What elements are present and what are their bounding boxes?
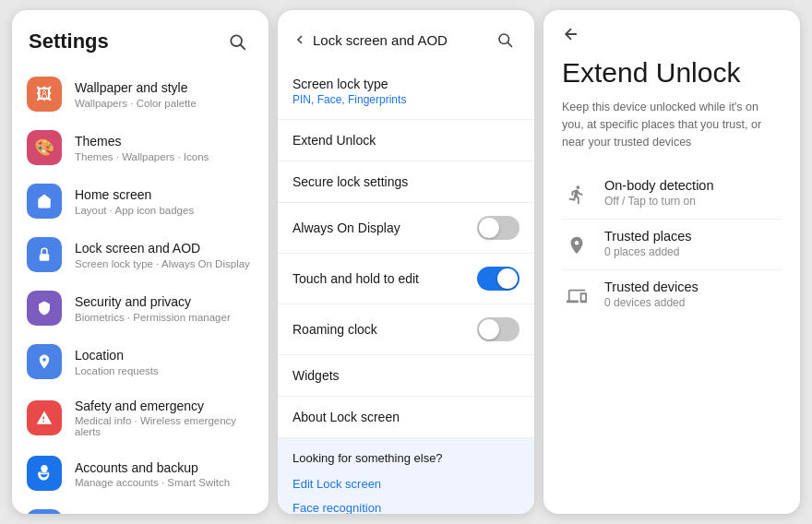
settings-item-accounts[interactable]: Accounts and backup Manage accounts · Sm…	[12, 447, 269, 500]
trusted-devices-icon	[562, 281, 591, 311]
svg-rect-2	[40, 254, 50, 261]
on-body-subtitle: Off / Tap to turn on	[604, 195, 714, 208]
themes-title: Themes	[75, 133, 254, 149]
touch-hold-item[interactable]: Touch and hold to edit	[278, 254, 534, 304]
screen-lock-title: Screen lock type	[293, 77, 519, 91]
settings-title: Settings	[29, 30, 109, 54]
widgets-title: Widgets	[293, 368, 519, 383]
settings-search-button[interactable]	[222, 27, 252, 56]
settings-item-google[interactable]: G Google	[12, 500, 269, 514]
home-subtitle: Layout · App icon badges	[75, 205, 254, 216]
security-subtitle: Biometrics · Permission manager	[75, 312, 254, 323]
settings-item-safety[interactable]: Safety and emergency Medical info · Wire…	[12, 388, 269, 447]
settings-panel: Settings 🖼 Wallpaper and style Wallpaper…	[12, 10, 269, 514]
security-title: Security and privacy	[75, 293, 254, 310]
settings-item-location[interactable]: Location Location requests	[12, 335, 269, 388]
wallpaper-title: Wallpaper and style	[75, 79, 254, 96]
trusted-places-icon	[562, 231, 591, 260]
lockscreen-list: Screen lock type PIN, Face, Fingerprints…	[278, 64, 534, 514]
settings-header: Settings	[12, 10, 269, 67]
safety-subtitle: Medical info · Wireless emergency alerts	[75, 415, 254, 437]
settings-item-themes[interactable]: 🎨 Themes Themes · Wallpapers · Icons	[12, 121, 269, 174]
settings-item-lockscreen[interactable]: Lock screen and AOD Screen lock type · A…	[12, 228, 269, 281]
always-on-item[interactable]: Always On Display	[278, 203, 534, 254]
about-lock-item[interactable]: About Lock screen	[278, 397, 534, 438]
lockscreen-nav: Lock screen and AOD	[278, 10, 534, 64]
extend-unlock-back-button[interactable]	[562, 25, 782, 43]
settings-item-home[interactable]: Home screen Layout · App icon badges	[12, 174, 269, 228]
roaming-clock-toggle[interactable]	[477, 317, 519, 341]
touch-hold-toggle[interactable]	[477, 267, 519, 291]
extend-unlock-title: Extend Unlock	[562, 56, 782, 89]
google-icon: G	[27, 509, 62, 514]
extend-unlock-item[interactable]: Extend Unlock	[278, 120, 534, 161]
settings-item-wallpaper[interactable]: 🖼 Wallpaper and style Wallpapers · Color…	[12, 67, 269, 121]
trusted-places-item[interactable]: Trusted places 0 places added	[562, 220, 782, 270]
lockscreen-icon	[27, 237, 62, 272]
home-icon	[27, 184, 62, 219]
accounts-subtitle: Manage accounts · Smart Switch	[75, 477, 254, 488]
security-icon	[27, 291, 62, 326]
themes-icon: 🎨	[27, 130, 62, 165]
extend-unlock-desc: Keep this device unlocked while it's on …	[562, 99, 782, 150]
safety-icon	[27, 400, 62, 435]
roaming-clock-toggle-knob	[479, 319, 499, 339]
trusted-devices-subtitle: 0 devices added	[604, 296, 699, 309]
settings-item-security[interactable]: Security and privacy Biometrics · Permis…	[12, 281, 269, 335]
location-subtitle: Location requests	[75, 365, 254, 376]
edit-lock-link[interactable]: Edit Lock screen	[293, 472, 519, 496]
always-on-toggle-knob	[479, 218, 499, 238]
lockscreen-subtitle: Screen lock type · Always On Display	[75, 258, 254, 269]
wallpaper-icon: 🖼	[27, 77, 62, 112]
settings-list: 🖼 Wallpaper and style Wallpapers · Color…	[12, 67, 269, 514]
lockscreen-search-button[interactable]	[490, 25, 519, 54]
location-icon	[27, 344, 62, 379]
themes-subtitle: Themes · Wallpapers · Icons	[75, 151, 254, 162]
touch-hold-toggle-knob	[497, 268, 518, 289]
safety-title: Safety and emergency	[75, 398, 254, 414]
extend-unlock-panel: Extend Unlock Keep this device unlocked …	[543, 10, 800, 514]
looking-section: Looking for something else? Edit Lock sc…	[278, 438, 534, 514]
trusted-places-subtitle: 0 places added	[604, 245, 692, 258]
accounts-title: Accounts and backup	[75, 459, 254, 476]
lockscreen-panel: Lock screen and AOD Screen lock type PIN…	[278, 10, 534, 514]
on-body-item[interactable]: On-body detection Off / Tap to turn on	[562, 169, 782, 220]
widgets-item[interactable]: Widgets	[278, 355, 534, 397]
lockscreen-title: Lock screen and AOD	[75, 240, 254, 256]
secure-lock-title: Secure lock settings	[293, 174, 519, 189]
about-lock-title: About Lock screen	[293, 410, 519, 424]
svg-line-4	[508, 42, 511, 46]
touch-hold-title: Touch and hold to edit	[293, 271, 419, 286]
location-title: Location	[75, 347, 254, 363]
back-button[interactable]: Lock screen and AOD	[293, 32, 448, 48]
screen-lock-subtitle: PIN, Face, Fingerprints	[293, 93, 519, 106]
always-on-toggle[interactable]	[477, 216, 519, 240]
wallpaper-subtitle: Wallpapers · Color palette	[75, 98, 254, 109]
accounts-icon	[27, 456, 62, 491]
trusted-places-title: Trusted places	[604, 229, 692, 244]
nav-title: Lock screen and AOD	[313, 32, 448, 48]
always-on-title: Always On Display	[293, 220, 400, 235]
secure-lock-item[interactable]: Secure lock settings	[278, 161, 534, 203]
svg-line-1	[241, 45, 245, 50]
screen-lock-item[interactable]: Screen lock type PIN, Face, Fingerprints	[278, 64, 534, 120]
home-title: Home screen	[75, 186, 254, 203]
extend-unlock-title: Extend Unlock	[293, 133, 519, 148]
face-recognition-link[interactable]: Face recognition	[293, 496, 519, 514]
trusted-devices-title: Trusted devices	[604, 280, 699, 294]
looking-title: Looking for something else?	[293, 451, 519, 465]
trusted-devices-item[interactable]: Trusted devices 0 devices added	[562, 270, 782, 320]
on-body-title: On-body detection	[604, 178, 714, 193]
roaming-clock-item[interactable]: Roaming clock	[278, 304, 534, 355]
roaming-clock-title: Roaming clock	[293, 322, 377, 337]
on-body-icon	[562, 180, 591, 209]
